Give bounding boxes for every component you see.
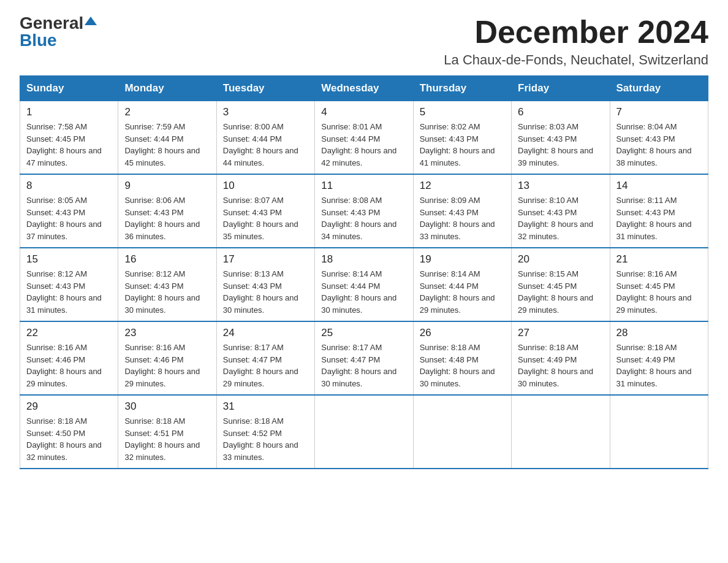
day-number: 19 bbox=[420, 253, 505, 266]
day-number: 25 bbox=[321, 327, 406, 339]
calendar-cell: 29 Sunrise: 8:18 AMSunset: 4:50 PMDaylig… bbox=[20, 395, 118, 469]
weekday-header-wednesday: Wednesday bbox=[315, 76, 413, 101]
day-number: 9 bbox=[124, 180, 210, 192]
calendar-cell: 15 Sunrise: 8:12 AMSunset: 4:43 PMDaylig… bbox=[20, 248, 118, 321]
calendar-cell: 23 Sunrise: 8:16 AMSunset: 4:46 PMDaylig… bbox=[118, 321, 216, 395]
weekday-header-tuesday: Tuesday bbox=[216, 76, 314, 101]
logo-general: General bbox=[20, 15, 83, 32]
calendar-cell bbox=[315, 395, 413, 469]
calendar-cell: 6 Sunrise: 8:03 AMSunset: 4:43 PMDayligh… bbox=[512, 101, 610, 175]
logo: General Blue bbox=[20, 15, 97, 49]
calendar-week-row: 29 Sunrise: 8:18 AMSunset: 4:50 PMDaylig… bbox=[20, 395, 708, 469]
day-info: Sunrise: 8:18 AMSunset: 4:52 PMDaylight:… bbox=[223, 415, 308, 463]
day-info: Sunrise: 8:10 AMSunset: 4:43 PMDaylight:… bbox=[518, 194, 603, 242]
day-number: 15 bbox=[26, 253, 112, 266]
calendar-cell: 28 Sunrise: 8:18 AMSunset: 4:49 PMDaylig… bbox=[610, 321, 708, 395]
day-number: 28 bbox=[616, 327, 702, 339]
calendar-cell: 2 Sunrise: 7:59 AMSunset: 4:44 PMDayligh… bbox=[118, 101, 216, 175]
calendar-cell: 26 Sunrise: 8:18 AMSunset: 4:48 PMDaylig… bbox=[413, 321, 511, 395]
day-number: 7 bbox=[616, 106, 702, 118]
day-number: 5 bbox=[420, 106, 505, 118]
day-number: 18 bbox=[321, 253, 406, 266]
calendar-cell: 5 Sunrise: 8:02 AMSunset: 4:43 PMDayligh… bbox=[413, 101, 511, 175]
day-info: Sunrise: 8:18 AMSunset: 4:50 PMDaylight:… bbox=[26, 415, 112, 463]
weekday-header-saturday: Saturday bbox=[610, 76, 708, 101]
day-number: 22 bbox=[26, 327, 112, 339]
logo-blue: Blue bbox=[20, 31, 57, 50]
calendar-cell: 25 Sunrise: 8:17 AMSunset: 4:47 PMDaylig… bbox=[315, 321, 413, 395]
calendar-cell: 20 Sunrise: 8:15 AMSunset: 4:45 PMDaylig… bbox=[512, 248, 610, 321]
day-info: Sunrise: 8:17 AMSunset: 4:47 PMDaylight:… bbox=[223, 342, 308, 389]
location-title: La Chaux-de-Fonds, Neuchatel, Switzerlan… bbox=[444, 52, 708, 68]
calendar-cell: 3 Sunrise: 8:00 AMSunset: 4:44 PMDayligh… bbox=[216, 101, 314, 175]
weekday-header-monday: Monday bbox=[118, 76, 216, 101]
day-info: Sunrise: 8:18 AMSunset: 4:49 PMDaylight:… bbox=[616, 342, 702, 389]
calendar-week-row: 1 Sunrise: 7:58 AMSunset: 4:45 PMDayligh… bbox=[20, 101, 708, 175]
day-number: 29 bbox=[26, 400, 112, 413]
day-number: 11 bbox=[321, 180, 406, 192]
day-number: 21 bbox=[616, 253, 702, 266]
calendar-body: 1 Sunrise: 7:58 AMSunset: 4:45 PMDayligh… bbox=[20, 101, 708, 469]
day-info: Sunrise: 8:15 AMSunset: 4:45 PMDaylight:… bbox=[518, 268, 603, 316]
day-info: Sunrise: 8:12 AMSunset: 4:43 PMDaylight:… bbox=[124, 268, 210, 316]
day-info: Sunrise: 8:00 AMSunset: 4:44 PMDaylight:… bbox=[223, 121, 308, 169]
calendar-cell: 27 Sunrise: 8:18 AMSunset: 4:49 PMDaylig… bbox=[512, 321, 610, 395]
day-number: 26 bbox=[420, 327, 505, 339]
day-info: Sunrise: 8:18 AMSunset: 4:51 PMDaylight:… bbox=[124, 415, 210, 463]
day-info: Sunrise: 8:07 AMSunset: 4:43 PMDaylight:… bbox=[223, 194, 308, 242]
calendar-header: SundayMondayTuesdayWednesdayThursdayFrid… bbox=[20, 76, 708, 101]
day-info: Sunrise: 8:11 AMSunset: 4:43 PMDaylight:… bbox=[616, 194, 702, 242]
day-number: 23 bbox=[124, 327, 210, 339]
calendar-cell: 31 Sunrise: 8:18 AMSunset: 4:52 PMDaylig… bbox=[216, 395, 314, 469]
month-title: December 2024 bbox=[444, 15, 708, 50]
day-number: 17 bbox=[223, 253, 308, 266]
day-number: 27 bbox=[518, 327, 603, 339]
calendar-cell: 17 Sunrise: 8:13 AMSunset: 4:43 PMDaylig… bbox=[216, 248, 314, 321]
calendar-cell: 30 Sunrise: 8:18 AMSunset: 4:51 PMDaylig… bbox=[118, 395, 216, 469]
day-number: 10 bbox=[223, 180, 308, 192]
day-info: Sunrise: 8:06 AMSunset: 4:43 PMDaylight:… bbox=[124, 194, 210, 242]
day-info: Sunrise: 8:13 AMSunset: 4:43 PMDaylight:… bbox=[223, 268, 308, 316]
day-info: Sunrise: 8:09 AMSunset: 4:43 PMDaylight:… bbox=[420, 194, 505, 242]
day-info: Sunrise: 7:58 AMSunset: 4:45 PMDaylight:… bbox=[26, 121, 112, 169]
weekday-header-row: SundayMondayTuesdayWednesdayThursdayFrid… bbox=[20, 76, 708, 101]
calendar-cell: 24 Sunrise: 8:17 AMSunset: 4:47 PMDaylig… bbox=[216, 321, 314, 395]
calendar-cell bbox=[610, 395, 708, 469]
day-number: 31 bbox=[223, 400, 308, 413]
day-info: Sunrise: 8:16 AMSunset: 4:46 PMDaylight:… bbox=[124, 342, 210, 389]
calendar-cell: 10 Sunrise: 8:07 AMSunset: 4:43 PMDaylig… bbox=[216, 174, 314, 248]
title-block: December 2024 La Chaux-de-Fonds, Neuchat… bbox=[444, 15, 708, 68]
day-info: Sunrise: 7:59 AMSunset: 4:44 PMDaylight:… bbox=[124, 121, 210, 169]
day-number: 1 bbox=[26, 106, 112, 118]
day-info: Sunrise: 8:14 AMSunset: 4:44 PMDaylight:… bbox=[321, 268, 406, 316]
day-number: 8 bbox=[26, 180, 112, 192]
calendar-cell: 16 Sunrise: 8:12 AMSunset: 4:43 PMDaylig… bbox=[118, 248, 216, 321]
day-number: 4 bbox=[321, 106, 406, 118]
calendar-cell: 19 Sunrise: 8:14 AMSunset: 4:44 PMDaylig… bbox=[413, 248, 511, 321]
day-info: Sunrise: 8:01 AMSunset: 4:44 PMDaylight:… bbox=[321, 121, 406, 169]
weekday-header-sunday: Sunday bbox=[20, 76, 118, 101]
day-info: Sunrise: 8:08 AMSunset: 4:43 PMDaylight:… bbox=[321, 194, 406, 242]
calendar-cell: 7 Sunrise: 8:04 AMSunset: 4:43 PMDayligh… bbox=[610, 101, 708, 175]
day-number: 20 bbox=[518, 253, 603, 266]
day-number: 14 bbox=[616, 180, 702, 192]
calendar-week-row: 22 Sunrise: 8:16 AMSunset: 4:46 PMDaylig… bbox=[20, 321, 708, 395]
day-info: Sunrise: 8:12 AMSunset: 4:43 PMDaylight:… bbox=[26, 268, 112, 316]
calendar-cell: 8 Sunrise: 8:05 AMSunset: 4:43 PMDayligh… bbox=[20, 174, 118, 248]
calendar-cell: 21 Sunrise: 8:16 AMSunset: 4:45 PMDaylig… bbox=[610, 248, 708, 321]
calendar-week-row: 15 Sunrise: 8:12 AMSunset: 4:43 PMDaylig… bbox=[20, 248, 708, 321]
calendar-cell bbox=[512, 395, 610, 469]
calendar-cell: 14 Sunrise: 8:11 AMSunset: 4:43 PMDaylig… bbox=[610, 174, 708, 248]
day-info: Sunrise: 8:18 AMSunset: 4:49 PMDaylight:… bbox=[518, 342, 603, 389]
day-number: 13 bbox=[518, 180, 603, 192]
calendar-cell: 12 Sunrise: 8:09 AMSunset: 4:43 PMDaylig… bbox=[413, 174, 511, 248]
day-info: Sunrise: 8:18 AMSunset: 4:48 PMDaylight:… bbox=[420, 342, 505, 389]
weekday-header-friday: Friday bbox=[512, 76, 610, 101]
day-number: 2 bbox=[124, 106, 210, 118]
calendar-cell: 11 Sunrise: 8:08 AMSunset: 4:43 PMDaylig… bbox=[315, 174, 413, 248]
day-info: Sunrise: 8:05 AMSunset: 4:43 PMDaylight:… bbox=[26, 194, 112, 242]
calendar-cell: 1 Sunrise: 7:58 AMSunset: 4:45 PMDayligh… bbox=[20, 101, 118, 175]
day-number: 6 bbox=[518, 106, 603, 118]
calendar-table: SundayMondayTuesdayWednesdayThursdayFrid… bbox=[20, 75, 708, 469]
calendar-cell: 9 Sunrise: 8:06 AMSunset: 4:43 PMDayligh… bbox=[118, 174, 216, 248]
